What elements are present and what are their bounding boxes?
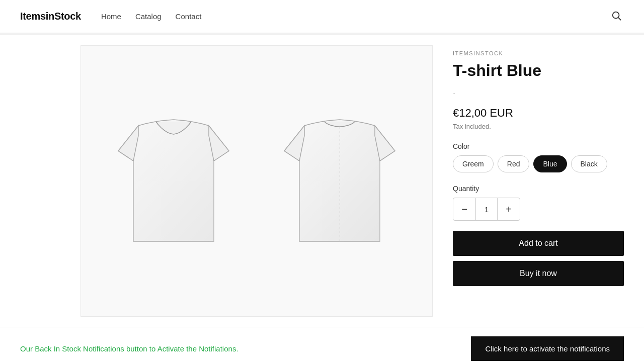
- quantity-increase[interactable]: +: [498, 198, 520, 220]
- tshirt-back-svg: [264, 90, 415, 272]
- product-price: €12,00 EUR: [453, 107, 624, 120]
- nav-contact[interactable]: Contact: [176, 12, 202, 21]
- color-options: Greem Red Blue Black: [453, 155, 624, 172]
- tshirt-front-svg: [98, 90, 249, 272]
- product-dot: ·: [453, 88, 624, 99]
- tshirt-back: [264, 90, 415, 272]
- color-label: Color: [453, 142, 624, 150]
- header-left: ItemsinStock Home Catalog Contact: [20, 11, 201, 22]
- quantity-control: − 1 +: [453, 198, 520, 221]
- notification-bar: Our Back In Stock Notifications button t…: [0, 327, 644, 362]
- product-details: ITEMSINSTOCK T-shirt Blue · €12,00 EUR T…: [453, 45, 624, 317]
- brand-logo: ItemsinStock: [20, 11, 81, 22]
- tax-info: Tax included.: [453, 123, 624, 130]
- tshirt-images: [98, 90, 415, 272]
- header: ItemsinStock Home Catalog Contact: [0, 0, 644, 33]
- add-to-cart-button[interactable]: Add to cart: [453, 231, 624, 256]
- main-nav: Home Catalog Contact: [101, 12, 201, 21]
- quantity-decrease[interactable]: −: [453, 198, 475, 220]
- search-button[interactable]: [609, 8, 624, 25]
- nav-catalog[interactable]: Catalog: [135, 12, 162, 21]
- color-red[interactable]: Red: [498, 155, 530, 172]
- notification-text: Our Back In Stock Notifications button t…: [20, 344, 238, 353]
- product-images: [80, 45, 433, 317]
- vendor-label: ITEMSINSTOCK: [453, 50, 624, 56]
- tshirt-front: [98, 90, 249, 272]
- svg-point-0: [613, 12, 619, 19]
- color-black[interactable]: Black: [571, 155, 607, 172]
- quantity-label: Quantity: [453, 185, 624, 193]
- color-greem[interactable]: Greem: [453, 155, 494, 172]
- svg-line-1: [618, 18, 621, 20]
- activate-notifications-button[interactable]: Click here to activate the notifications: [471, 336, 624, 361]
- buy-now-button[interactable]: Buy it now: [453, 261, 624, 286]
- main-content: ITEMSINSTOCK T-shirt Blue · €12,00 EUR T…: [0, 35, 644, 327]
- nav-home[interactable]: Home: [101, 12, 121, 21]
- product-title: T-shirt Blue: [453, 61, 624, 80]
- search-icon: [611, 10, 622, 21]
- color-blue[interactable]: Blue: [533, 155, 567, 172]
- quantity-value: 1: [475, 198, 498, 220]
